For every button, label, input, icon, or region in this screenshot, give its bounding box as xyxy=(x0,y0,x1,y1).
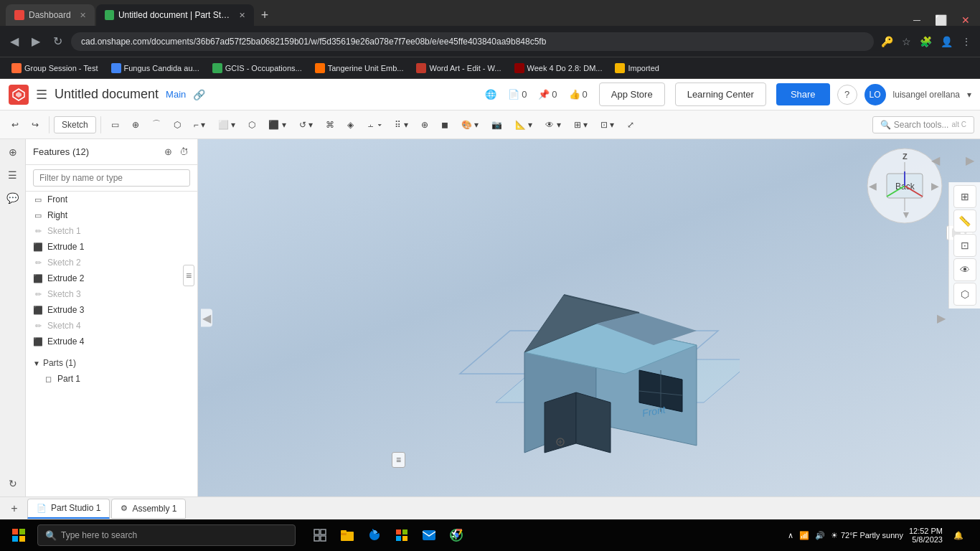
curve-tool[interactable]: ⌒ xyxy=(146,116,166,133)
taskbar-app-edge[interactable] xyxy=(362,522,387,548)
add-tab-button[interactable]: + xyxy=(6,500,23,517)
extension-icon[interactable]: 🔑 xyxy=(878,33,896,50)
view-tool[interactable]: 👁 ▾ xyxy=(540,117,566,133)
start-button[interactable] xyxy=(6,522,32,548)
back-button[interactable]: ◀ xyxy=(6,32,23,51)
taskbar-app-explorer[interactable] xyxy=(334,522,360,548)
list-item-part1[interactable]: ◻ Part 1 xyxy=(26,371,197,387)
misc-tool[interactable]: ⊡ ▾ xyxy=(595,117,620,133)
fill-tool[interactable]: ◼ xyxy=(435,117,454,133)
extrude-tool[interactable]: ⬛ ▾ xyxy=(263,117,291,133)
hamburger-menu-icon[interactable]: ☰ xyxy=(36,87,47,103)
revolve-tool[interactable]: ↺ ▾ xyxy=(293,117,319,133)
tab-assembly-1[interactable]: ⚙ Assembly 1 xyxy=(111,499,186,519)
document-branch[interactable]: Main xyxy=(166,89,186,100)
left-panel-collapse[interactable]: ◀ xyxy=(201,311,212,325)
fullscreen-tool[interactable]: ⤢ xyxy=(621,117,640,133)
list-item-sketch2[interactable]: ✏ Sketch 2 xyxy=(26,255,197,270)
3d-viewport[interactable]: Front Do Z xyxy=(198,139,980,496)
taskbar-app-store[interactable] xyxy=(389,522,415,548)
fillet-tool[interactable]: ⌐ ▾ xyxy=(188,117,211,133)
list-item-sketch1[interactable]: ✏ Sketch 1 xyxy=(26,223,197,239)
list-item-front[interactable]: ▭ Front xyxy=(26,192,197,207)
list-item-extrude4[interactable]: ⬛ Extrude 4 xyxy=(26,334,197,349)
viewport-collapse-button[interactable]: ≡ xyxy=(183,269,194,282)
list-item-extrude1[interactable]: ⬛ Extrude 1 xyxy=(26,239,197,255)
comment-icon[interactable]: 💬 xyxy=(3,188,23,208)
user-dropdown-icon[interactable]: ▾ xyxy=(967,90,971,100)
like-icon-item[interactable]: 👍 0 xyxy=(565,86,592,103)
loft-tool[interactable]: ◈ xyxy=(341,117,359,133)
user-name[interactable]: luisangel orellana xyxy=(893,90,960,100)
list-item-extrude2[interactable]: ⬛ Extrude 2 xyxy=(26,270,197,286)
taskbar-app-chrome[interactable] xyxy=(443,522,469,548)
new-tab-button[interactable]: + xyxy=(255,4,275,26)
export-icon[interactable]: ⬡ xyxy=(953,283,976,306)
refresh-button[interactable]: ↻ xyxy=(49,32,67,51)
view-cube[interactable]: Z Back ◀ ▶ ▼ xyxy=(865,146,937,218)
right-panel-expand[interactable]: ▶ xyxy=(937,311,946,325)
snap-icon[interactable]: ⊞ xyxy=(953,185,976,208)
list-item-right[interactable]: ▭ Right xyxy=(26,207,197,223)
chevron-up-icon[interactable]: ∧ xyxy=(788,531,793,540)
section-tool[interactable]: ⊞ ▾ xyxy=(568,117,593,133)
features-history-icon[interactable]: ⏱ xyxy=(178,145,190,159)
bookmark-group-session[interactable]: Group Session - Test xyxy=(6,62,104,75)
bookmark-tangerine[interactable]: Tangerine Unit Emb... xyxy=(309,62,410,75)
mirror-tool[interactable]: ⫠ ▾ xyxy=(361,117,387,133)
close-window-button[interactable]: ✕ xyxy=(957,14,974,26)
cylinder-tool[interactable]: ⬡ xyxy=(242,117,261,133)
tab-dashboard[interactable]: Dashboard ✕ xyxy=(6,4,95,26)
forward-button[interactable]: ▶ xyxy=(27,32,44,51)
list-item-sketch3[interactable]: ✏ Sketch 3 xyxy=(26,286,197,302)
view-nav-left[interactable]: ◀ xyxy=(931,154,940,167)
parts-section-header[interactable]: ▼ Parts (1) xyxy=(26,355,197,371)
bookmark-week4[interactable]: Week 4 Do 2.8: DM... xyxy=(509,62,608,75)
add-feature-icon[interactable]: ⊕ xyxy=(3,142,23,162)
section-icon[interactable]: ⊡ xyxy=(953,234,976,257)
list-item-extrude3[interactable]: ⬛ Extrude 3 xyxy=(26,302,197,318)
system-clock[interactable]: 12:52 PM 5/8/2023 xyxy=(909,527,943,544)
tab-close-partstudio[interactable]: ✕ xyxy=(239,11,245,20)
bookmark-star-icon[interactable]: ☆ xyxy=(899,33,914,50)
measure-tool[interactable]: 📐 ▾ xyxy=(509,117,538,133)
circle-tool[interactable]: ⊕ xyxy=(126,117,145,133)
appearance-tool[interactable]: 🎨 ▾ xyxy=(456,117,484,133)
boolean-tool[interactable]: ⊕ xyxy=(415,117,434,133)
tab-partstudio[interactable]: Untitled document | Part Studio ✕ xyxy=(96,4,254,26)
redo-button[interactable]: ↪ xyxy=(26,117,44,133)
share-button[interactable]: Share xyxy=(776,83,830,105)
bookmark-gcis[interactable]: GCIS - Occupations... xyxy=(207,62,308,75)
taskbar-search[interactable]: 🔍 Type here to search xyxy=(37,524,296,546)
taskbar-app-mail[interactable] xyxy=(416,522,442,548)
list-item-sketch4[interactable]: ✏ Sketch 4 xyxy=(26,318,197,334)
address-input[interactable] xyxy=(71,32,874,51)
minimize-button[interactable]: ─ xyxy=(909,14,925,26)
timeline-expand-icon[interactable]: ≡ xyxy=(392,452,405,468)
features-add-icon[interactable]: ⊕ xyxy=(163,145,174,159)
construct-tool[interactable]: ⬡ xyxy=(168,117,187,133)
box-tool[interactable]: ⬜ ▾ xyxy=(212,117,241,133)
globe-icon-item[interactable]: 🌐 xyxy=(481,86,501,103)
display-icon[interactable]: 👁 xyxy=(953,258,976,281)
bookmark-imported[interactable]: Imported xyxy=(609,62,664,75)
filter-icon[interactable]: ☰ xyxy=(3,165,23,185)
pattern-tool[interactable]: ⠿ ▾ xyxy=(389,117,413,133)
help-button[interactable]: ? xyxy=(837,85,857,105)
network-icon[interactable]: 📶 xyxy=(799,531,809,540)
variables-icon[interactable]: ↻ xyxy=(3,474,23,494)
tab-close-dashboard[interactable]: ✕ xyxy=(80,11,86,20)
volume-icon[interactable]: 🔊 xyxy=(815,531,825,540)
maximize-button[interactable]: ⬜ xyxy=(930,14,951,26)
browser-menu-icon[interactable]: ⋮ xyxy=(958,33,974,50)
sketch-button[interactable]: Sketch xyxy=(54,116,96,133)
weather-widget[interactable]: ☀ 72°F Partly sunny xyxy=(831,531,903,540)
search-tools-input[interactable]: 🔍 Search tools... alt C xyxy=(872,116,974,133)
tab-part-studio-1[interactable]: 📄 Part Studio 1 xyxy=(27,499,110,519)
render-tool[interactable]: 📷 xyxy=(486,117,508,133)
taskbar-app-task-view[interactable] xyxy=(307,522,333,548)
profile-icon[interactable]: 👤 xyxy=(938,33,956,50)
user-avatar[interactable]: LO xyxy=(864,84,886,105)
plane-tool[interactable]: ▭ xyxy=(105,117,125,133)
features-search-input[interactable] xyxy=(33,169,190,187)
